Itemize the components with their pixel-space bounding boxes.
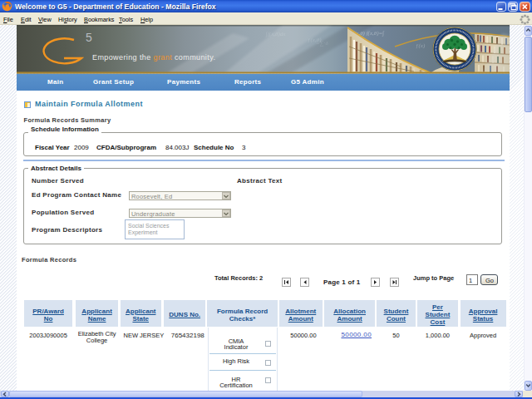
- svg-text:∫f(x,θ)dx: ∫f(x,θ)dx: [265, 31, 286, 37]
- svg-text:5: 5: [86, 31, 92, 44]
- svg-text:ƒ(x): ƒ(x): [416, 42, 426, 49]
- svg-text:Empowering the grant community: Empowering the grant community.: [92, 53, 215, 62]
- svg-text:ƒ(x,θ): ƒ(x,θ): [308, 37, 322, 43]
